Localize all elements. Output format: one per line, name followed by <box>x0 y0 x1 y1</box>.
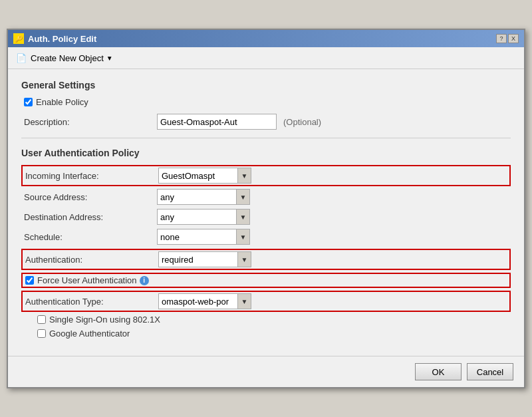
ok-button[interactable]: OK <box>415 363 462 380</box>
schedule-row: Schedule: none ▼ <box>21 229 511 245</box>
source-address-value: any <box>158 192 236 202</box>
schedule-label: Schedule: <box>24 232 157 242</box>
title-bar: 🔑 Auth. Policy Edit ? X <box>8 30 524 47</box>
incoming-interface-value: GuestOmaspt <box>159 171 237 181</box>
close-button[interactable]: X <box>508 34 519 43</box>
google-auth-checkbox[interactable] <box>37 329 46 338</box>
toolbar: 📄 Create New Object ▼ <box>8 47 524 69</box>
enable-policy-label: Enable Policy <box>36 97 88 107</box>
sso-checkbox[interactable] <box>37 315 46 324</box>
source-address-label: Source Address: <box>24 192 157 202</box>
destination-address-label: Destination Address: <box>24 212 157 222</box>
create-dropdown-arrow: ▼ <box>106 55 113 62</box>
auth-type-value: omaspot-web-por <box>159 297 237 307</box>
auth-type-select[interactable]: omaspot-web-por ▼ <box>158 293 251 309</box>
description-row: Description: (Optional) <box>21 114 511 130</box>
auth-type-arrow: ▼ <box>237 294 251 309</box>
google-auth-label: Google Authenticator <box>49 329 130 339</box>
schedule-select[interactable]: none ▼ <box>157 229 250 245</box>
force-auth-info-icon[interactable]: i <box>140 276 149 285</box>
force-auth-row: Force User Authentication i <box>21 273 511 288</box>
section-divider <box>21 138 511 138</box>
optional-text: (Optional) <box>283 117 321 127</box>
toolbar-doc-icon: 📄 <box>15 51 28 65</box>
description-input[interactable] <box>157 114 277 130</box>
auth-type-label: Authentication Type: <box>25 297 158 307</box>
destination-address-select[interactable]: any ▼ <box>157 209 250 225</box>
user-auth-policy-title: User Authentication Policy <box>21 148 511 158</box>
incoming-interface-row: Incoming Interface: GuestOmaspt ▼ <box>21 165 511 186</box>
auth-policy-dialog: 🔑 Auth. Policy Edit ? X 📄 Create New Obj… <box>7 29 525 388</box>
enable-policy-row: Enable Policy <box>21 97 511 107</box>
destination-address-arrow: ▼ <box>236 209 249 224</box>
auth-type-row: Authentication Type: omaspot-web-por ▼ <box>21 291 511 312</box>
description-label: Description: <box>24 117 157 127</box>
user-auth-policy-section: User Authentication Policy Incoming Inte… <box>21 148 511 339</box>
force-auth-checkbox[interactable] <box>25 276 34 285</box>
authentication-select[interactable]: required ▼ <box>158 251 251 267</box>
source-address-arrow: ▼ <box>236 190 249 204</box>
schedule-value: none <box>158 232 236 242</box>
schedule-arrow: ▼ <box>236 229 249 244</box>
dialog-body: General Settings Enable Policy Descripti… <box>8 69 524 356</box>
dialog-footer: OK Cancel <box>8 356 524 387</box>
incoming-interface-select[interactable]: GuestOmaspt ▼ <box>158 168 251 184</box>
authentication-value: required <box>159 255 237 265</box>
source-address-select[interactable]: any ▼ <box>157 189 250 205</box>
title-bar-left: 🔑 Auth. Policy Edit <box>13 33 96 44</box>
general-settings-title: General Settings <box>21 80 511 90</box>
incoming-interface-arrow: ▼ <box>237 168 251 183</box>
cancel-button[interactable]: Cancel <box>467 363 513 380</box>
dialog-icon: 🔑 <box>13 33 24 44</box>
help-button[interactable]: ? <box>496 34 507 43</box>
destination-address-value: any <box>158 212 236 222</box>
title-bar-controls: ? X <box>496 34 519 43</box>
create-new-object-label: Create New Object <box>31 53 104 63</box>
dialog-title: Auth. Policy Edit <box>28 34 96 44</box>
force-auth-label: Force User Authentication <box>37 275 137 285</box>
authentication-row: Authentication: required ▼ <box>21 249 511 270</box>
authentication-arrow: ▼ <box>237 252 251 267</box>
source-address-row: Source Address: any ▼ <box>21 189 511 205</box>
enable-policy-checkbox[interactable] <box>24 98 33 106</box>
sso-label: Single Sign-On using 802.1X <box>49 315 160 325</box>
create-new-object-button[interactable]: Create New Object ▼ <box>31 53 113 63</box>
authentication-label: Authentication: <box>25 255 158 265</box>
sso-row: Single Sign-On using 802.1X <box>35 315 511 325</box>
destination-address-row: Destination Address: any ▼ <box>21 209 511 225</box>
google-auth-row: Google Authenticator <box>35 329 511 339</box>
incoming-interface-label: Incoming Interface: <box>25 171 158 181</box>
